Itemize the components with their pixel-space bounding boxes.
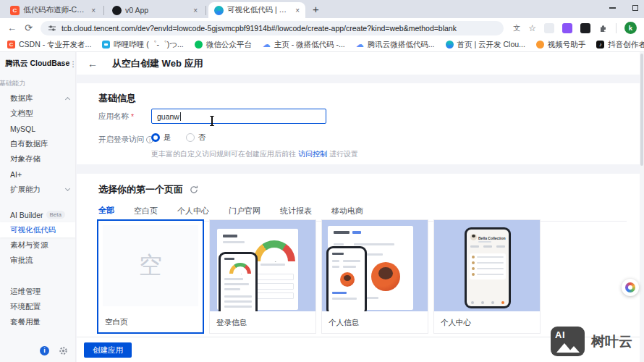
gauge-needle	[240, 268, 245, 274]
template-card-blank[interactable]: 空 空白页	[97, 219, 204, 334]
sidebar-spacer	[0, 268, 75, 278]
sidebar-item-ai[interactable]: AI+	[0, 167, 75, 182]
browser-tab-v0[interactable]: v0 App ×	[106, 2, 203, 18]
preview-line	[332, 266, 339, 268]
tab-mobile-commerce[interactable]: 移动电商	[331, 206, 363, 221]
bookmark-label: 视频号助手	[548, 40, 586, 50]
sidebar-item-approval-flow[interactable]: 审批流	[0, 253, 75, 268]
preview-avatar	[340, 272, 355, 287]
sidebar-item-object-storage[interactable]: 对象存储	[0, 151, 75, 167]
refresh-icon[interactable]	[190, 185, 198, 194]
extension-icon[interactable]	[544, 23, 554, 33]
tab-portal-site[interactable]: 门户官网	[229, 206, 260, 221]
bookmark-csdn[interactable]: CCSDN - 专业开发者...	[7, 40, 91, 50]
maximize-window-button[interactable]	[632, 5, 638, 11]
douyin-icon: ♪	[596, 41, 604, 49]
sidebar-item-ai-builder[interactable]: AI BuilderBeta	[0, 207, 75, 222]
close-tab-icon[interactable]: ×	[295, 7, 300, 14]
bookmark-label: 微信公众平台	[206, 40, 252, 50]
tab-strip: C 低代码布道师-CSDN博客 × v0 App × 可视化低代码 | 腾讯云 …	[0, 0, 644, 18]
tab-blank-page[interactable]: 空白页	[134, 206, 158, 221]
app-name-input[interactable]: guanw	[151, 109, 326, 124]
floating-pinwheel-button[interactable]	[622, 279, 639, 296]
close-tab-icon[interactable]: ×	[91, 7, 96, 14]
bookmark-star-icon[interactable]: ☆	[528, 23, 536, 33]
sidebar-item-own-db[interactable]: 自有数据库	[0, 136, 75, 151]
sidebar-item-extensions[interactable]: 扩展能力	[0, 182, 75, 197]
access-control-link[interactable]: 访问控制	[298, 150, 327, 158]
sidebar-item-ops[interactable]: 运维管理	[0, 284, 75, 299]
extension-icon[interactable]	[580, 23, 590, 33]
help-icon[interactable]: i	[40, 346, 49, 355]
page-title: 从空白创建 Web 应用	[112, 57, 203, 70]
bookmark-label: 哔哩哔哩 (゜-゜)つ...	[114, 40, 183, 50]
preview-line	[224, 283, 249, 285]
preview-line	[223, 235, 237, 237]
bookmark-weda-home[interactable]: ☁主页 - 微搭低代码 -...	[263, 40, 345, 50]
extension-icon[interactable]	[562, 23, 572, 33]
chevron-down-icon	[65, 186, 70, 191]
browser-tab-cloudbase-active[interactable]: 可视化低代码 | 腾讯云 CloudBas ×	[208, 2, 305, 18]
radio-option-no[interactable]: 否	[186, 132, 206, 143]
sidebar-item-usage[interactable]: 套餐用量	[0, 314, 75, 329]
scrollbar-thumb[interactable]	[640, 54, 643, 166]
label-text: 应用名称	[98, 111, 129, 122]
new-tab-button[interactable]: +	[313, 3, 319, 15]
watermark-text: 树叶云	[591, 332, 632, 351]
extensions-puzzle-icon[interactable]	[598, 23, 608, 33]
tab-report[interactable]: 统计报表	[280, 206, 312, 221]
preview-phone	[219, 252, 258, 311]
preview-line	[224, 258, 234, 260]
kebab-menu-icon[interactable]: ⋮	[69, 60, 76, 68]
sidebar-item-label: 自有数据库	[10, 139, 69, 149]
sidebar-item-env-config[interactable]: 环境配置	[0, 299, 75, 314]
preview-line	[343, 260, 360, 262]
create-app-button[interactable]: 创建应用	[84, 342, 132, 358]
sidebar-item-mysql[interactable]: MySQL	[0, 121, 75, 136]
window-controls	[609, 5, 638, 11]
page-header: ← 从空白创建 Web 应用	[77, 52, 640, 75]
template-card-personal-info[interactable]: 个人信息	[321, 219, 428, 334]
template-card-profile-center[interactable]: Bella Collection	[433, 219, 541, 334]
reload-icon[interactable]: ⟳	[25, 22, 33, 33]
preview-line	[343, 266, 356, 268]
back-arrow-icon[interactable]: ←	[88, 58, 98, 70]
profile-avatar[interactable]: k	[624, 22, 637, 34]
sidebar-item-label: 审批流	[10, 256, 69, 266]
preview-menu-row	[472, 273, 504, 276]
radio-option-yes[interactable]: 是	[151, 132, 171, 143]
bookmark-bilibili[interactable]: 哔哩哔哩 (゜-゜)つ...	[102, 40, 183, 50]
translate-icon[interactable]: 文	[513, 23, 520, 33]
sidebar-item-label: 环境配置	[10, 302, 69, 312]
login-access-label: 开启登录访问 i *	[98, 135, 158, 145]
template-card-login-info[interactable]: 登录信息	[209, 219, 316, 334]
minimize-window-button[interactable]	[609, 7, 616, 9]
close-tab-icon[interactable]: ×	[193, 7, 198, 14]
site-settings-icon[interactable]	[48, 24, 56, 33]
sidebar-item-document-db[interactable]: 文档型	[0, 106, 75, 121]
address-bar[interactable]: tcb.cloud.tencent.com/dev?envId=lowcode-…	[41, 21, 504, 35]
template-grid: 空 空白页	[97, 219, 541, 334]
sidebar-item-label: 素材与资源	[10, 240, 69, 251]
csdn-icon: C	[7, 41, 15, 49]
settings-gear-icon[interactable]	[59, 346, 68, 355]
sidebar-item-visual-lowcode[interactable]: 可视化低代码	[0, 222, 75, 237]
radio-label: 否	[198, 132, 206, 143]
bookmark-channels-helper[interactable]: 视频号助手	[536, 40, 586, 50]
bookmark-weda-lowcode[interactable]: ☁腾讯云微搭低代码...	[356, 40, 435, 50]
sidebar-item-assets[interactable]: 素材与资源	[0, 237, 75, 253]
bookmark-douyin-creator[interactable]: ♪抖音创作者中心	[596, 40, 644, 50]
sidebar-item-database[interactable]: 数据库	[0, 90, 75, 106]
toolbar-right: 文 ☆ k	[513, 22, 637, 34]
sidebar-item-label: 对象存储	[10, 154, 69, 164]
bookmark-wechat-mp[interactable]: 微信公众平台	[195, 40, 252, 50]
preview-line	[260, 264, 285, 266]
bookmark-cloudbase-home[interactable]: 首页 | 云开发 Clou...	[446, 40, 525, 50]
url-text[interactable]: tcb.cloud.tencent.com/dev?envId=lowcode-…	[62, 24, 457, 33]
blank-glyph: 空	[139, 250, 162, 282]
vertical-scrollbar[interactable]	[640, 52, 644, 362]
tab-profile-center[interactable]: 个人中心	[177, 206, 209, 221]
brand-header: 腾讯云 CloudBase ⋮	[0, 52, 75, 74]
back-icon[interactable]: ←	[7, 22, 17, 33]
browser-tab-csdn[interactable]: C 低代码布道师-CSDN博客 ×	[4, 2, 101, 18]
